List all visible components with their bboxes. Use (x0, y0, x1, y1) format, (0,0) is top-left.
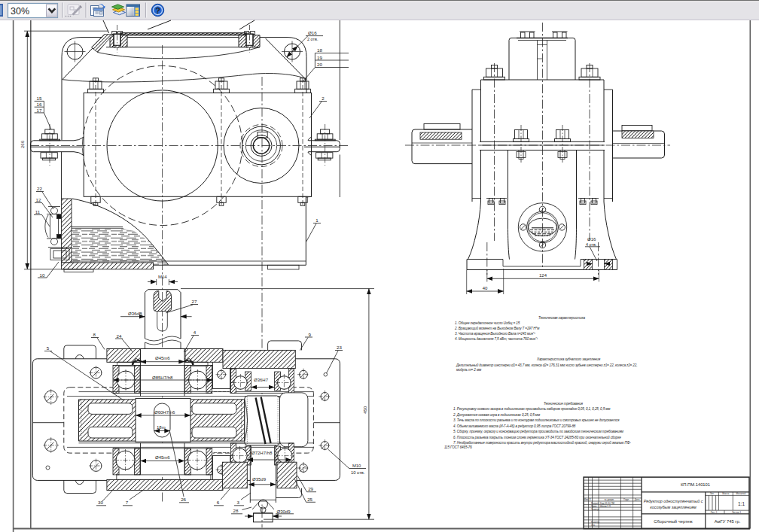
svg-text:M14: M14 (158, 275, 167, 279)
svg-text:Ø85H7/h8: Ø85H7/h8 (152, 375, 173, 380)
svg-text:30: 30 (98, 500, 103, 505)
svg-text:16: 16 (37, 102, 42, 107)
svg-text:2: 2 (322, 96, 325, 101)
svg-text:Масса: Масса (722, 492, 729, 495)
svg-text:4 отв.: 4 отв. (586, 242, 597, 247)
svg-text:30%: 30% (11, 6, 29, 17)
svg-text:40: 40 (483, 286, 488, 290)
svg-text:Листов 1: Листов 1 (732, 511, 742, 514)
svg-text:косозубым зацеплением: косозубым зацеплением (650, 505, 697, 509)
svg-text:22: 22 (37, 186, 42, 191)
svg-text:28: 28 (233, 508, 239, 513)
svg-text:Ø30d9: Ø30d9 (277, 509, 291, 514)
svg-text:6: 6 (217, 500, 220, 505)
svg-text:Технические требования: Технические требования (544, 402, 584, 406)
svg-text:7. Необработанные поверхности: 7. Необработанные поверхности красить вн… (453, 440, 631, 445)
svg-text:115 ГОСТ 6465-76: 115 ГОСТ 6465-76 (444, 445, 472, 449)
svg-text:3. Течь масла по плоскости раз: 3. Течь масла по плоскости разъема и по … (453, 418, 620, 422)
svg-text:26: 26 (181, 497, 186, 502)
svg-text:6. Плоскость разъема покрыть: 6. Плоскость разъема покрыть тонким слое… (453, 435, 621, 439)
svg-text:АмГУ 745 гр.: АмГУ 745 гр. (715, 519, 741, 524)
svg-text:Сборочный чертеж: Сборочный чертеж (654, 519, 692, 524)
svg-text:Подп.: Подп. (623, 498, 629, 501)
svg-text:18m: 18m (157, 425, 166, 430)
svg-text:M10: M10 (352, 464, 361, 468)
svg-text:29: 29 (308, 486, 313, 491)
svg-text:3. Частота вращения Выходного: 3. Частота вращения Выходного Вала n=243… (455, 332, 535, 336)
svg-text:Редуктор одноступенчатый с: Редуктор одноступенчатый с (644, 499, 703, 503)
svg-text:12: 12 (36, 197, 41, 202)
svg-text:1: 1 (315, 217, 319, 223)
svg-text:?: ? (155, 6, 160, 15)
svg-text:Лит.: Лит. (710, 492, 715, 495)
svg-text:17: 17 (37, 108, 42, 113)
svg-text:1:1: 1:1 (738, 501, 745, 506)
svg-text:1. Общее передаточное число U: 1. Общее передаточное число Uобщ = 15 (455, 321, 520, 325)
svg-text:4. Мощность двигателя 7,5 кВт,: 4. Мощность двигателя 7,5 кВт, частота 7… (455, 337, 538, 341)
svg-text:10 отв.: 10 отв. (351, 470, 365, 475)
svg-text:Лист 1: Лист 1 (710, 511, 717, 514)
svg-text:24: 24 (116, 333, 121, 339)
svg-text:модуль m= 2 мм: модуль m= 2 мм (456, 368, 482, 372)
svg-text:450: 450 (363, 406, 367, 414)
svg-text:КП.ПМ.140101: КП.ПМ.140101 (681, 482, 710, 487)
svg-text:Ø16: Ø16 (587, 237, 596, 242)
svg-text:124: 124 (539, 273, 547, 278)
svg-text:4. Объем заливаемого масла (И-: 4. Объем заливаемого масла (И-Г-А-46) в … (453, 424, 576, 428)
svg-text:15: 15 (37, 96, 42, 101)
svg-text:Ø35d9: Ø35d9 (252, 477, 267, 482)
svg-text:266: 266 (20, 140, 25, 148)
svg-text:7: 7 (126, 500, 129, 505)
svg-text:Техническая характеристика: Техническая характеристика (538, 316, 585, 320)
svg-text:1. Регулировку осевого зазора: 1. Регулировку осевого зазора в подшипни… (453, 407, 611, 411)
svg-text:Изм: Изм (584, 498, 588, 501)
svg-text:27: 27 (192, 299, 197, 304)
svg-text:Ø45m6: Ø45m6 (155, 356, 170, 360)
svg-text:5: 5 (47, 345, 50, 351)
svg-text:Масштаб: Масштаб (736, 492, 746, 495)
svg-text:18: 18 (317, 47, 322, 53)
svg-text:5. Сборку, приемку, окраску и: 5. Сборку, приемку, окраску и консерваци… (453, 430, 624, 433)
svg-text:Ø36H7: Ø36H7 (254, 378, 269, 382)
svg-text:2 отв.: 2 отв. (307, 37, 319, 41)
svg-text:Л.: Л. (590, 498, 592, 501)
svg-text:25: 25 (307, 497, 312, 502)
svg-text:Ø60H7/n6: Ø60H7/n6 (154, 410, 175, 415)
svg-text:3: 3 (236, 500, 239, 505)
svg-text:Ø36dB: Ø36dB (128, 312, 142, 316)
svg-text:23: 23 (337, 345, 342, 350)
svg-text:19: 19 (317, 55, 322, 60)
svg-text:Ø72H7/h8: Ø72H7/h8 (251, 451, 273, 455)
svg-text:9: 9 (308, 332, 311, 337)
svg-text:Ø45m6: Ø45m6 (155, 455, 170, 460)
svg-text:Характеристика зубчатого зацеп: Характеристика зубчатого зацепления (536, 357, 601, 361)
svg-text:4: 4 (194, 330, 197, 335)
svg-text:8: 8 (93, 332, 96, 337)
svg-text:Делительный диаметр шестерни d: Делительный диаметр шестерни d1= 43,7 мм… (456, 363, 637, 367)
svg-text:2. Допускается осевая игра в п: 2. Допускается осевая игра в подшипниках… (453, 413, 541, 417)
svg-text:Дата: Дата (635, 498, 640, 501)
svg-text:Т.контр.: Т.контр. (591, 508, 599, 511)
svg-text:11: 11 (35, 209, 41, 214)
svg-text:10: 10 (40, 272, 45, 278)
svg-text:Ø16: Ø16 (308, 30, 317, 35)
svg-text:2. Вращающий момент на Выходно: 2. Вращающий момент на Выходном Валу Т =… (454, 326, 540, 330)
svg-text:20: 20 (317, 62, 322, 67)
svg-text:Шагов Г.Л.: Шагов Г.Л. (600, 505, 611, 508)
svg-text:Утв.: Утв. (591, 524, 596, 527)
svg-text:№ докум.: № докум. (604, 498, 614, 501)
